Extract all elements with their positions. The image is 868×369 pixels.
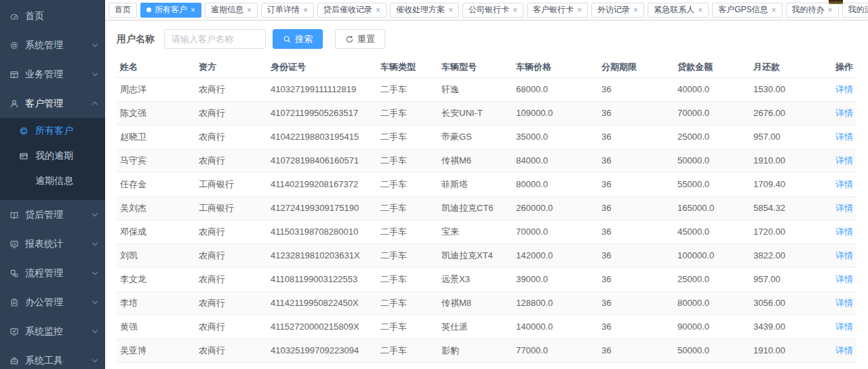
sidebar-item-7[interactable]: 办公管理 [0, 288, 105, 317]
sidebar-item-5[interactable]: 报表统计 [0, 229, 105, 258]
table-row: 陈文强农商行410721199505263517二手车长安UNI-T109000… [117, 101, 856, 125]
table-cell: 41232819810203631X [267, 244, 377, 267]
table-cell: 二手车 [377, 125, 438, 149]
sidebar-item-3[interactable]: 客户管理 [0, 89, 105, 118]
customer-table: 姓名资方身份证号车辆类型车辆型号车辆价格分期期限贷款金额月还款操作 周志洋农商行… [117, 57, 856, 369]
sidebar-item-6[interactable]: 流程管理 [0, 258, 105, 288]
tab-3[interactable]: 订单详情× [261, 3, 314, 18]
table-cell: 80000.0 [513, 172, 598, 196]
sidebar-item-2[interactable]: 业务管理 [0, 60, 105, 89]
search-field-label: 用户名称 [117, 33, 155, 45]
tab-11[interactable]: 我的待办× [786, 3, 839, 18]
tab-label: 催收处理方案 [396, 4, 445, 16]
tab-4[interactable]: 贷后催收记录× [317, 3, 387, 18]
table-cell: 90000.0 [674, 315, 750, 338]
close-icon[interactable]: × [448, 6, 453, 14]
table-cell: 二手车 [377, 244, 438, 267]
close-icon[interactable]: × [828, 6, 833, 14]
detail-link[interactable]: 详情 [835, 345, 853, 355]
tab-12[interactable]: 我的流程× [842, 3, 868, 18]
table-cell: 邓保成 [117, 220, 195, 244]
sidebar-item-label: 首页 [25, 10, 97, 22]
tab-1[interactable]: 所有客户× [140, 3, 201, 18]
table-cell-actions: 详情 [831, 338, 856, 362]
tab-7[interactable]: 客户银行卡× [527, 3, 588, 18]
detail-link[interactable]: 详情 [835, 274, 853, 284]
tab-10[interactable]: 客户GPS信息× [712, 3, 782, 18]
sidebar-item-0[interactable]: 首页 [0, 1, 105, 31]
tab-2[interactable]: 逾期信息× [205, 3, 258, 18]
table-cell: 二手车 [377, 362, 438, 369]
close-icon[interactable]: × [303, 6, 308, 14]
table-cell-actions: 详情 [831, 244, 856, 267]
tab-5[interactable]: 催收处理方案× [390, 3, 459, 18]
tab-8[interactable]: 外访记录× [591, 3, 644, 18]
table-cell: 马守宾 [117, 149, 195, 172]
table-cell: 赵晓卫 [117, 125, 195, 149]
close-icon[interactable]: × [513, 6, 517, 14]
detail-link[interactable]: 详情 [835, 250, 853, 260]
table-cell: 3439.00 [750, 315, 831, 338]
sidebar-item-label: 系统工具 [25, 355, 93, 367]
sidebar-item-label: 业务管理 [25, 69, 93, 81]
close-icon[interactable]: × [376, 6, 380, 14]
table-row: 王银灿工商银行411325199210124575二手车凯美瑞98000.036… [117, 362, 856, 369]
table-cell: 412724199309175190 [267, 196, 377, 220]
tab-label: 所有客户 [155, 4, 187, 16]
table-cell: 36 [598, 315, 674, 338]
column-header: 身份证号 [267, 57, 377, 77]
sidebar-item-4[interactable]: 贷后管理 [0, 200, 105, 229]
table-cell: 农商行 [195, 315, 267, 338]
table-row: 周志洋农商行410327199111112819二手车轩逸68000.03640… [117, 77, 856, 101]
detail-link[interactable]: 详情 [835, 108, 853, 118]
detail-link[interactable]: 详情 [835, 132, 853, 142]
close-icon[interactable]: × [247, 6, 252, 14]
sidebar-subitem-label: 我的逾期 [35, 150, 73, 162]
table-cell: 周志洋 [117, 77, 195, 101]
tab-0[interactable]: 首页 [108, 3, 137, 18]
chevron-down-icon [92, 41, 98, 47]
chart-icon [9, 239, 19, 249]
sidebar-item-8[interactable]: 系统监控 [0, 317, 105, 346]
table-cell: 轩逸 [438, 77, 513, 101]
reset-button[interactable]: 重置 [335, 29, 385, 49]
user-icon [9, 99, 19, 109]
reset-button-label: 重置 [357, 33, 375, 45]
table-row: 赵晓卫农商行410422198803195415二手车帝豪GS35000.036… [117, 125, 856, 149]
table-cell: 1910.00 [750, 149, 831, 172]
chevron-down-icon [92, 298, 98, 304]
table-cell: 工商银行 [195, 196, 267, 220]
table-cell: 二手车 [377, 196, 438, 220]
detail-link[interactable]: 详情 [835, 227, 853, 237]
detail-link[interactable]: 详情 [835, 179, 853, 189]
table-cell: 55000.0 [674, 172, 750, 196]
search-button[interactable]: 搜索 [273, 29, 323, 49]
tab-9[interactable]: 紧急联系人× [648, 3, 709, 18]
sidebar-item-1[interactable]: 系统管理 [0, 31, 105, 60]
table-cell: 二手车 [377, 291, 438, 315]
table-cell: 陈文强 [117, 101, 195, 125]
table-cell-actions: 详情 [831, 291, 856, 315]
sidebar-subitem-0[interactable]: 所有客户 [0, 118, 105, 143]
close-icon[interactable]: × [191, 6, 195, 14]
tab-6[interactable]: 公司银行卡× [462, 3, 524, 18]
toolbox-icon [9, 356, 19, 366]
close-icon[interactable]: × [698, 6, 703, 14]
detail-link[interactable]: 详情 [835, 84, 853, 94]
sidebar-item-9[interactable]: 系统工具 [0, 346, 105, 369]
avatar[interactable] [829, 0, 843, 4]
close-icon[interactable]: × [577, 6, 582, 14]
sidebar-subitem-2[interactable]: 逾期信息 [0, 168, 105, 193]
close-icon[interactable]: × [771, 6, 776, 14]
dashboard-icon [9, 12, 19, 21]
detail-link[interactable]: 详情 [835, 322, 853, 332]
close-icon[interactable]: × [633, 6, 638, 14]
table-cell: 二手车 [377, 77, 438, 101]
search-input[interactable] [164, 29, 266, 49]
sidebar-subitem-1[interactable]: 我的逾期 [0, 143, 105, 168]
column-header: 月还款 [750, 57, 831, 77]
detail-link[interactable]: 详情 [835, 203, 853, 213]
detail-link[interactable]: 详情 [835, 155, 853, 166]
table-cell: 36 [598, 172, 674, 196]
detail-link[interactable]: 详情 [835, 298, 853, 308]
